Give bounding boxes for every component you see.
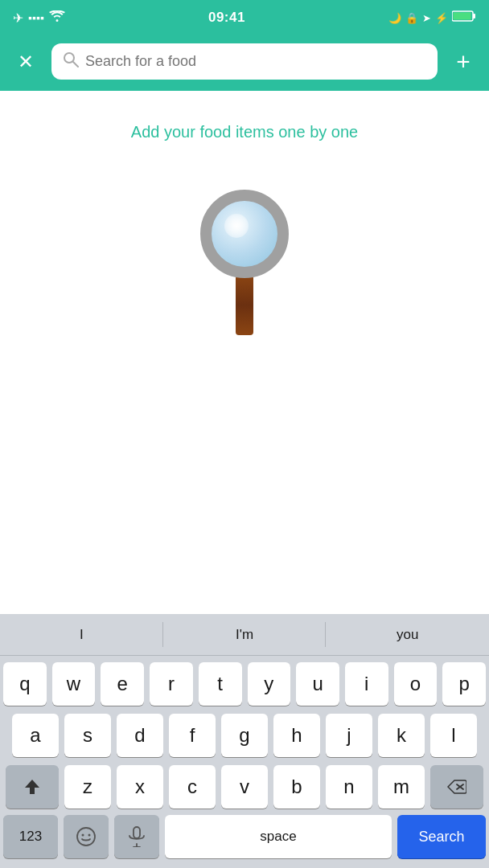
key-x[interactable]: x bbox=[117, 765, 163, 809]
keyboard-area: I I'm you q w e r t y u i o p a s d f g … bbox=[0, 614, 489, 868]
search-icon bbox=[63, 51, 79, 72]
keyboard-bottom-row: 123 space Search bbox=[0, 812, 489, 868]
key-o[interactable]: o bbox=[394, 662, 438, 706]
svg-rect-1 bbox=[473, 14, 475, 18]
svg-line-4 bbox=[73, 62, 78, 67]
signal-icon: ▪▪▪▪ bbox=[28, 11, 44, 24]
key-b[interactable]: b bbox=[273, 765, 320, 809]
magnifier-glass bbox=[200, 190, 289, 278]
predictive-bar: I I'm you bbox=[0, 614, 489, 656]
magnifier-illustration bbox=[200, 190, 289, 335]
key-v[interactable]: v bbox=[221, 765, 268, 809]
search-box[interactable] bbox=[51, 43, 438, 80]
numbers-key[interactable]: 123 bbox=[3, 815, 58, 858]
key-a[interactable]: a bbox=[12, 714, 59, 757]
key-e[interactable]: e bbox=[101, 662, 144, 706]
key-q[interactable]: q bbox=[3, 662, 47, 706]
svg-point-3 bbox=[64, 53, 74, 63]
battery-icon bbox=[452, 10, 476, 25]
main-content: Add your food items one by one bbox=[0, 91, 489, 614]
key-w[interactable]: w bbox=[52, 662, 96, 706]
top-bar: ✕ + bbox=[0, 35, 489, 91]
lock-icon: 🔒 bbox=[405, 12, 418, 24]
emoji-key[interactable] bbox=[64, 815, 109, 858]
predictive-item-1[interactable]: I bbox=[0, 614, 163, 655]
key-t[interactable]: t bbox=[199, 662, 242, 706]
svg-rect-2 bbox=[454, 13, 471, 20]
status-time: 09:41 bbox=[208, 10, 245, 26]
key-r[interactable]: r bbox=[150, 662, 193, 706]
svg-point-8 bbox=[82, 834, 84, 837]
microphone-key[interactable] bbox=[114, 815, 159, 858]
key-row-3: z x c v b n m bbox=[3, 765, 486, 809]
key-c[interactable]: c bbox=[169, 765, 216, 809]
key-i[interactable]: i bbox=[345, 662, 388, 706]
delete-key[interactable] bbox=[430, 765, 483, 809]
bluetooth-icon: ⚡ bbox=[435, 12, 448, 24]
key-l[interactable]: l bbox=[430, 714, 477, 757]
space-key[interactable]: space bbox=[165, 815, 392, 858]
key-row-1: q w e r t y u i o p bbox=[3, 662, 486, 706]
svg-point-9 bbox=[88, 834, 91, 837]
shift-key[interactable] bbox=[6, 765, 59, 809]
wifi-icon bbox=[49, 10, 65, 25]
key-row-2: a s d f g h j k l bbox=[3, 714, 486, 757]
key-s[interactable]: s bbox=[64, 714, 111, 757]
svg-rect-10 bbox=[134, 827, 140, 838]
moon-icon: 🌙 bbox=[388, 12, 401, 24]
add-button[interactable]: + bbox=[449, 48, 478, 76]
key-n[interactable]: n bbox=[326, 765, 372, 809]
key-d[interactable]: d bbox=[117, 714, 163, 757]
predictive-item-2[interactable]: I'm bbox=[163, 614, 327, 655]
key-z[interactable]: z bbox=[64, 765, 111, 809]
magnifier-handle bbox=[236, 275, 253, 335]
key-u[interactable]: u bbox=[296, 662, 339, 706]
magnifier-shine bbox=[224, 214, 249, 238]
food-search-input[interactable] bbox=[85, 53, 426, 70]
keyboard: q w e r t y u i o p a s d f g h j k l bbox=[0, 656, 489, 812]
key-p[interactable]: p bbox=[442, 662, 486, 706]
instruction-text: Add your food items one by one bbox=[131, 123, 358, 141]
key-h[interactable]: h bbox=[273, 714, 320, 757]
key-y[interactable]: y bbox=[248, 662, 291, 706]
key-m[interactable]: m bbox=[378, 765, 425, 809]
svg-point-7 bbox=[77, 828, 95, 845]
status-left: ✈ ▪▪▪▪ bbox=[13, 10, 65, 26]
search-key[interactable]: Search bbox=[397, 815, 486, 858]
status-bar: ✈ ▪▪▪▪ 09:41 🌙 🔒 ➤ ⚡ bbox=[0, 0, 489, 35]
predictive-item-3[interactable]: you bbox=[326, 614, 489, 655]
key-f[interactable]: f bbox=[169, 714, 216, 757]
status-right: 🌙 🔒 ➤ ⚡ bbox=[388, 10, 476, 25]
close-button[interactable]: ✕ bbox=[11, 51, 40, 73]
key-g[interactable]: g bbox=[221, 714, 268, 757]
key-k[interactable]: k bbox=[378, 714, 425, 757]
location-icon: ➤ bbox=[422, 12, 431, 24]
key-j[interactable]: j bbox=[326, 714, 372, 757]
plane-icon: ✈ bbox=[13, 10, 23, 26]
